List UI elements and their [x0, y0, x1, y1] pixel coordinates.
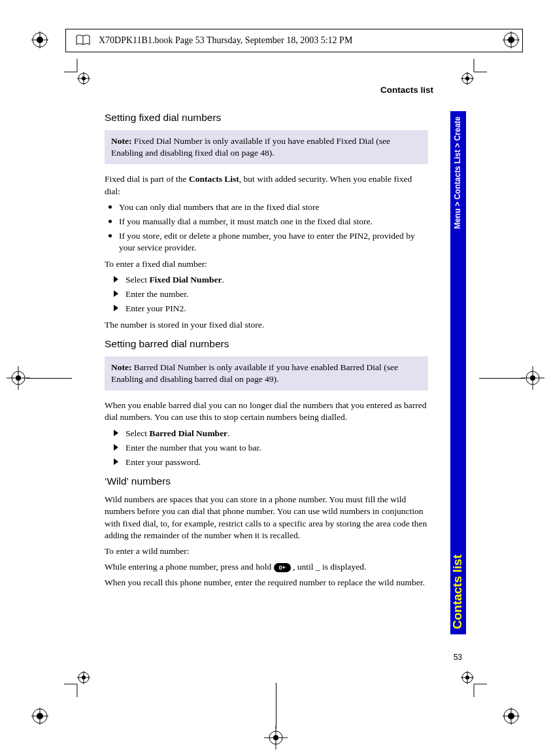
list-item: If you store, edit or delete a phone num…	[105, 230, 428, 254]
crop-mark-icon	[461, 59, 487, 85]
list-item: Select Barred Dial Number.	[109, 428, 428, 439]
crop-line	[276, 683, 276, 729]
page-number: 53	[454, 653, 462, 662]
note-fixed-dial: Note: Fixed Dial Number is only availabl…	[105, 130, 428, 164]
body-text: The number is stored in your fixed dial …	[105, 319, 428, 331]
body-text: Wild numbers are spaces that you can sto…	[105, 494, 428, 541]
list-item: Enter your password.	[109, 456, 428, 468]
heading-wild-numbers: ‘Wild’ numbers	[105, 475, 428, 489]
sidebar-title: Contacts list	[450, 555, 465, 629]
note-lead: Note:	[111, 136, 131, 146]
note-body: Fixed Dial Number is only available if y…	[111, 136, 390, 158]
print-header-text: X70DPK11B1.book Page 53 Thursday, Septem…	[99, 35, 352, 46]
list-item: You can only dial numbers that are in th…	[105, 201, 428, 213]
heading-barred-dial: Setting barred dial numbers	[105, 337, 428, 351]
zero-key-icon: 0+	[274, 563, 291, 572]
crop-line	[479, 378, 525, 379]
step-list: Select Fixed Dial Number. Enter the numb…	[105, 274, 428, 315]
list-item: Enter your PIN2.	[109, 303, 428, 315]
list-item: Enter the number.	[109, 288, 428, 300]
page-content: Setting fixed dial numbers Note: Fixed D…	[105, 111, 428, 593]
crop-mark-icon	[461, 671, 487, 697]
heading-fixed-dial: Setting fixed dial numbers	[105, 111, 428, 125]
step-list: Select Barred Dial Number. Enter the num…	[105, 428, 428, 469]
body-text: Fixed dial is part of the Contacts List,…	[105, 173, 428, 197]
list-item: If you manually dial a number, it must m…	[105, 216, 428, 228]
book-icon	[75, 34, 91, 47]
note-lead: Note:	[111, 362, 131, 372]
note-barred-dial: Note: Barred Dial Number is only availab…	[105, 356, 428, 390]
body-text: To enter a wild number:	[105, 545, 428, 557]
body-text: To enter a fixed dial number:	[105, 258, 428, 270]
note-body: Barred Dial Number is only available if …	[111, 362, 398, 384]
crop-mark-icon	[264, 726, 288, 749]
section-label: Contacts list	[380, 85, 433, 95]
list-item: Enter the number that you want to bar.	[109, 442, 428, 454]
reg-mark-icon	[31, 708, 48, 725]
body-text: When you enable barred dial you can no l…	[105, 400, 428, 423]
reg-mark-icon	[31, 31, 48, 48]
crop-line	[26, 378, 72, 379]
sidebar-tab: Menu > Contacts List > Create Contacts l…	[450, 111, 466, 634]
reg-mark-icon	[503, 708, 520, 725]
body-text: While entering a phone number, press and…	[105, 561, 428, 573]
body-text: When you recall this phone number, enter…	[105, 577, 428, 589]
list-item: Select Fixed Dial Number.	[109, 274, 428, 286]
sidebar-breadcrumb: Menu > Contacts List > Create	[453, 116, 462, 229]
print-header: X70DPK11B1.book Page 53 Thursday, Septem…	[65, 29, 523, 52]
crop-mark-icon	[64, 59, 90, 85]
bullet-list: You can only dial numbers that are in th…	[105, 201, 428, 254]
crop-mark-icon	[64, 671, 90, 697]
